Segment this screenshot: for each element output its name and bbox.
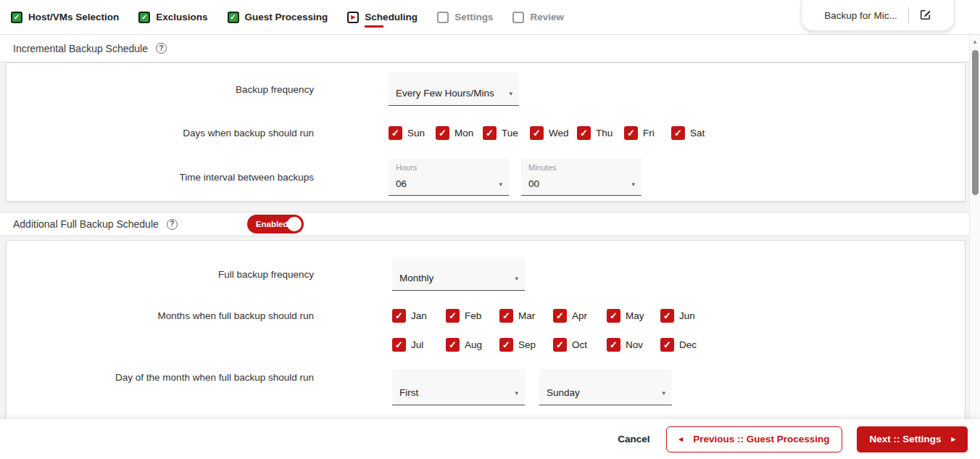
scheduling-form-scroll-area: Incremental Backup Schedule ? Backup fre…: [0, 35, 980, 419]
full-frequency-select[interactable]: Monthly ▾: [392, 257, 525, 291]
tab-label: Review: [530, 12, 564, 22]
day-of-month-ordinal-select[interactable]: First ▾: [392, 369, 525, 405]
checked-checkbox-icon: ✓: [607, 309, 620, 323]
chevron-down-icon: ▾: [515, 276, 518, 282]
tab-guest-processing[interactable]: ✓ Guest Processing: [228, 12, 328, 23]
full-backup-enabled-toggle[interactable]: Enabled: [247, 215, 304, 233]
month-checkbox-aug[interactable]: ✓ Aug: [446, 338, 499, 352]
checked-checkbox-icon: ✓: [483, 126, 497, 140]
selected-value: 00: [528, 178, 539, 189]
incremental-schedule-panel: Backup frequency Every Few Hours/Mins ▾ …: [6, 62, 966, 202]
tab-label: Guest Processing: [245, 12, 328, 22]
tab-settings[interactable]: Settings: [437, 12, 493, 23]
wizard-tabs: ✓ Host/VMs Selection ✓ Exclusions ✓ Gues…: [11, 12, 564, 23]
cancel-button[interactable]: Cancel: [618, 434, 649, 444]
interval-hours-select[interactable]: Hours 06 ▾: [389, 158, 509, 196]
day-checkbox-mon[interactable]: ✓ Mon: [436, 126, 483, 140]
tab-label: Host/VMs Selection: [28, 12, 119, 22]
month-checkbox-nov[interactable]: ✓ Nov: [607, 338, 660, 352]
full-backup-section-header: Additional Full Backup Schedule ? Enable…: [0, 212, 969, 236]
unchecked-checkbox-icon: [437, 12, 449, 23]
backup-frequency-row: Backup frequency Every Few Hours/Mins ▾: [7, 66, 965, 112]
previous-step-button[interactable]: ◂ Previous :: Guest Processing: [666, 426, 843, 452]
backup-frequency-label: Backup frequency: [7, 84, 338, 95]
toggle-knob: [287, 217, 302, 231]
full-months-label: Months when full backup should run: [7, 309, 338, 321]
month-checkbox-oct[interactable]: ✓ Oct: [553, 338, 607, 352]
day-checkbox-fri[interactable]: ✓ Fri: [624, 126, 671, 140]
selected-value: Every Few Hours/Mins: [396, 88, 494, 99]
selected-value: Sunday: [547, 387, 580, 398]
day-checkbox-thu[interactable]: ✓ Thu: [577, 126, 624, 140]
left-arrow-icon: ◂: [679, 435, 684, 443]
help-icon[interactable]: ?: [156, 43, 167, 54]
edit-backup-name-button[interactable]: [920, 9, 931, 22]
day-checkbox-tue[interactable]: ✓ Tue: [483, 126, 530, 140]
checked-checkbox-icon: ✓: [392, 309, 406, 323]
selected-value: 06: [396, 178, 407, 189]
tab-exclusions[interactable]: ✓ Exclusions: [138, 12, 207, 23]
selected-value: First: [399, 387, 418, 398]
checked-checkbox-icon: ✓: [577, 126, 591, 140]
checked-checkbox-icon: ✓: [389, 126, 402, 140]
scroll-up-arrow-icon[interactable]: ▲: [970, 39, 980, 45]
checked-checkbox-icon: ✓: [607, 338, 620, 352]
backup-name-tab: Backup for Mic...: [801, 0, 955, 31]
previous-step-label: Previous :: Guest Processing: [693, 434, 829, 444]
scrollbar-thumb[interactable]: [972, 50, 979, 195]
unchecked-checkbox-icon: [512, 12, 524, 23]
checked-checkbox-icon: ✓: [11, 12, 22, 23]
selected-value: Monthly: [399, 273, 433, 284]
month-checkbox-feb[interactable]: ✓ Feb: [446, 309, 499, 323]
help-icon[interactable]: ?: [167, 219, 178, 230]
day-checkbox-sat[interactable]: ✓ Sat: [671, 126, 718, 140]
interval-minutes-select[interactable]: Minutes 00 ▾: [521, 158, 641, 196]
checked-checkbox-icon: ✓: [671, 126, 685, 140]
month-checkbox-dec[interactable]: ✓ Dec: [660, 338, 714, 352]
backup-days-label: Days when backup should run: [7, 128, 338, 138]
checked-checkbox-icon: ✓: [553, 338, 567, 352]
backup-name: Backup for Mic...: [824, 10, 897, 21]
day-of-month-weekday-select[interactable]: Sunday ▾: [539, 369, 672, 405]
next-step-button[interactable]: Next :: Settings ▸: [857, 426, 968, 452]
vertical-scrollbar[interactable]: ▲: [969, 35, 980, 419]
section-title: Additional Full Backup Schedule: [13, 218, 159, 230]
tab-host-vms-selection[interactable]: ✓ Host/VMs Selection: [11, 12, 119, 23]
chevron-down-icon: ▾: [631, 181, 635, 188]
month-checkbox-mar[interactable]: ✓ Mar: [499, 309, 553, 323]
divider: [908, 7, 909, 23]
month-checkbox-may[interactable]: ✓ May: [607, 309, 660, 323]
month-checkbox-jan[interactable]: ✓ Jan: [392, 309, 446, 323]
backup-days-row: Days when backup should run ✓ Sun ✓ Mon …: [7, 112, 965, 153]
checked-checkbox-icon: ✓: [660, 338, 674, 352]
checked-checkbox-icon: ✓: [553, 309, 567, 323]
day-of-month-row: Day of the month when full backup should…: [7, 369, 965, 405]
checked-checkbox-icon: ✓: [392, 338, 406, 352]
checked-checkbox-icon: ✓: [446, 338, 460, 352]
month-checkbox-sep[interactable]: ✓ Sep: [499, 338, 553, 352]
full-frequency-row: Full backup frequency Monthly ▾: [7, 251, 965, 297]
tab-label: Exclusions: [156, 12, 207, 22]
checked-checkbox-icon: ✓: [660, 309, 674, 323]
day-checkbox-wed[interactable]: ✓ Wed: [530, 126, 577, 140]
chevron-down-icon: ▾: [499, 181, 502, 188]
time-interval-row: Time interval between backups Hours 06 ▾…: [7, 153, 965, 201]
day-checkbox-sun[interactable]: ✓ Sun: [389, 126, 436, 140]
field-label: Minutes: [528, 163, 557, 172]
right-arrow-icon: ▸: [951, 435, 955, 443]
checked-checkbox-icon: ✓: [436, 126, 449, 140]
tab-review[interactable]: Review: [512, 12, 564, 23]
backup-frequency-select[interactable]: Every Few Hours/Mins ▾: [389, 73, 519, 106]
tab-scheduling[interactable]: ▶ Scheduling: [347, 12, 418, 23]
full-backup-schedule-panel: Full backup frequency Monthly ▾ Months w…: [6, 240, 966, 419]
checked-checkbox-icon: ✓: [228, 12, 239, 23]
checked-checkbox-icon: ✓: [499, 338, 513, 352]
day-of-month-label: Day of the month when full backup should…: [7, 369, 338, 383]
month-checkbox-apr[interactable]: ✓ Apr: [553, 309, 607, 323]
full-months-row: Months when full backup should run ✓ Jan…: [7, 309, 965, 352]
month-checkbox-jul[interactable]: ✓ Jul: [392, 338, 446, 352]
edit-icon: [920, 9, 931, 22]
month-checkbox-jun[interactable]: ✓ Jun: [660, 309, 714, 323]
chevron-down-icon: ▾: [509, 91, 512, 97]
toggle-label: Enabled: [256, 220, 288, 228]
